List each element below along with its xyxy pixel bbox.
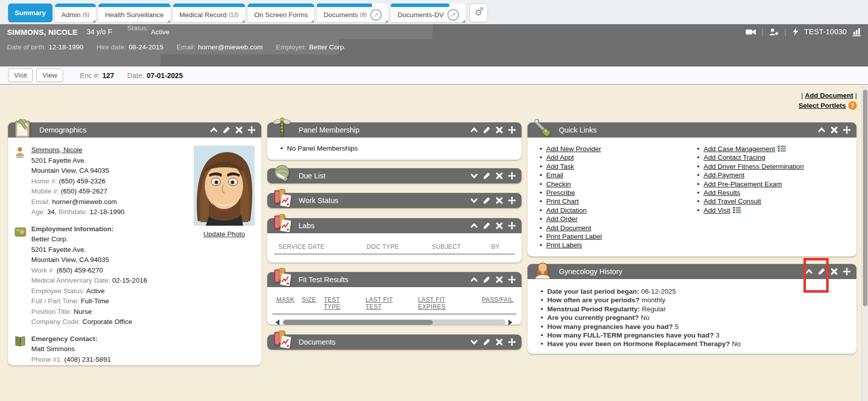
tab-medical-record[interactable]: Medical Record (12)	[173, 4, 245, 22]
patient-name-link[interactable]: Simmons, Nicole	[31, 146, 82, 154]
tab-label: Documents	[323, 11, 358, 19]
expand-icon[interactable]	[470, 172, 478, 180]
labs-col-service-date[interactable]: SERVICE DATE	[278, 243, 367, 250]
quick-link[interactable]: Prescribe	[546, 189, 575, 196]
labs-col-subject[interactable]: SUBJECT	[432, 243, 491, 250]
labs-col-doc-type[interactable]: DOC TYPE	[367, 243, 432, 250]
edit-pencil-icon[interactable]	[483, 276, 491, 284]
quick-link[interactable]: Add New Provider	[546, 145, 601, 153]
expand-icon[interactable]	[470, 196, 478, 205]
flowsheet-chart-icon[interactable]	[852, 28, 861, 36]
scroll-right-arrow-icon[interactable]	[508, 319, 512, 325]
quick-link[interactable]: Add Appt	[546, 154, 574, 161]
collapse-icon[interactable]	[470, 276, 478, 284]
edit-pencil-icon[interactable]	[483, 196, 491, 205]
tab-settings-button[interactable]: ⚙ ⚙	[470, 4, 488, 22]
fit-col-test-type[interactable]: TEST TYPE	[324, 296, 358, 310]
view-button[interactable]: View	[36, 69, 63, 82]
fit-col-last-fit-expires[interactable]: LAST FIT EXPIRES	[418, 296, 475, 310]
gyn-item: How often are your periods?monthly	[539, 296, 851, 304]
quick-link[interactable]: Email	[546, 171, 563, 179]
quick-link[interactable]: Add Case Management	[704, 145, 775, 153]
tab-summary[interactable]: Summary	[8, 4, 52, 22]
edit-pencil-icon[interactable]	[483, 172, 491, 180]
scrollbar-thumb[interactable]	[283, 320, 433, 325]
move-icon[interactable]	[248, 126, 256, 134]
fit-col-size[interactable]: SIZE	[302, 296, 316, 310]
close-icon[interactable]	[495, 172, 503, 180]
scrollbar-track[interactable]	[282, 319, 505, 325]
tab-health-surveillance[interactable]: Health Surveillance	[98, 4, 170, 22]
open-new-window-icon[interactable]: ↗	[370, 9, 382, 21]
fit-col-pass-fail[interactable]: PASS/FAIL	[482, 296, 513, 310]
tab-documents-dv[interactable]: Documents-DV ↗	[391, 4, 466, 22]
fit-col-mask[interactable]: MASK	[276, 296, 295, 310]
quick-action-bolt-icon[interactable]	[792, 28, 799, 36]
edit-pencil-icon[interactable]	[483, 338, 491, 346]
move-icon[interactable]	[508, 222, 516, 230]
visit-button[interactable]: Visit	[8, 69, 33, 82]
quick-link[interactable]: Add Document	[546, 224, 591, 232]
open-new-window-icon[interactable]: ↗	[447, 9, 459, 21]
move-icon[interactable]	[508, 172, 516, 180]
edit-pencil-icon[interactable]	[483, 126, 491, 134]
quick-link-item: Add Travel Consult	[695, 197, 852, 206]
quick-link[interactable]: Add Driver Fitness Determination	[704, 163, 804, 170]
close-icon[interactable]	[495, 338, 503, 346]
move-icon[interactable]	[508, 276, 516, 284]
close-icon[interactable]	[495, 126, 503, 134]
expand-icon[interactable]	[470, 338, 478, 346]
quick-link[interactable]: Add Order	[546, 215, 577, 223]
move-icon[interactable]	[508, 196, 516, 205]
quick-link[interactable]: Checkin	[546, 180, 571, 188]
quick-link[interactable]: Add Contact Tracing	[704, 154, 765, 161]
close-icon[interactable]	[495, 276, 503, 284]
move-icon[interactable]	[508, 126, 516, 134]
quick-link[interactable]: Add Travel Consult	[704, 197, 761, 205]
collapse-icon[interactable]	[210, 126, 218, 134]
gyn-question: How often are your periods?	[547, 296, 640, 304]
quick-link[interactable]: Add Task	[546, 163, 574, 170]
chart-tab-bar: Summary Admin (5) Health Surveillance Me…	[0, 0, 868, 24]
video-camera-icon[interactable]	[745, 28, 756, 36]
quick-link[interactable]: Print Patient Label	[546, 233, 602, 240]
page-vertical-scrollbar[interactable]	[861, 86, 868, 401]
medical-anniversary-label: Medical Anniversary Date:	[31, 277, 110, 284]
collapse-icon[interactable]	[470, 222, 478, 230]
help-icon[interactable]: ?	[848, 101, 857, 110]
fit-col-last-fit-test[interactable]: LAST FIT TEST	[366, 296, 411, 310]
dob-value: 12-18-1990	[48, 43, 83, 51]
update-photo-link[interactable]: Update Photo	[203, 230, 245, 238]
quick-link[interactable]: Add Results	[704, 189, 740, 196]
content-top-links: | Add Document | Select Portlets ?	[798, 92, 857, 110]
labs-col-by[interactable]: BY	[491, 243, 511, 250]
quick-link[interactable]: Print Labels	[546, 241, 582, 249]
patient-detail-bar: Date of birth:12-18-1990 Hire date:08-24…	[0, 39, 868, 54]
close-icon[interactable]	[495, 196, 503, 205]
collapse-icon[interactable]	[470, 126, 478, 134]
add-person-icon[interactable]	[769, 28, 779, 36]
close-icon[interactable]	[495, 222, 503, 230]
tab-admin[interactable]: Admin (5)	[55, 4, 96, 22]
edit-pencil-icon[interactable]	[483, 222, 491, 230]
edit-pencil-icon[interactable]	[222, 126, 230, 134]
tab-documents[interactable]: Documents (8) ↗	[317, 4, 388, 22]
quick-link[interactable]: Print Chart	[546, 197, 579, 205]
close-icon[interactable]	[235, 126, 243, 134]
documents-icon	[272, 329, 293, 350]
close-icon[interactable]	[830, 268, 838, 276]
page-scrollbar-thumb[interactable]	[863, 90, 867, 306]
close-icon[interactable]	[830, 126, 838, 134]
add-document-link[interactable]: Add Document	[805, 92, 853, 99]
quick-link[interactable]: Add Visit	[704, 207, 730, 214]
move-icon[interactable]	[843, 268, 851, 276]
quick-link[interactable]: Add Payment	[704, 171, 744, 179]
collapse-icon[interactable]	[818, 126, 826, 134]
tab-on-screen-forms[interactable]: On Screen Forms	[248, 4, 315, 22]
quick-link[interactable]: Add Pre-Placement Exam	[704, 180, 782, 188]
select-portlets-link[interactable]: Select Portlets	[798, 102, 846, 109]
move-icon[interactable]	[843, 126, 851, 134]
quick-link[interactable]: Add Dictation	[546, 207, 587, 214]
scroll-left-arrow-icon[interactable]	[275, 319, 279, 325]
move-icon[interactable]	[508, 338, 516, 346]
